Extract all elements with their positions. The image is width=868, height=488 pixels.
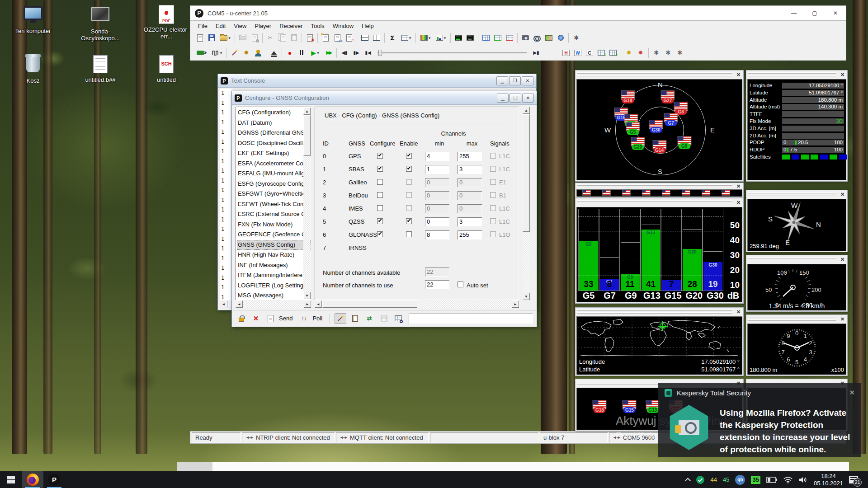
split-vertical-icon[interactable] (371, 33, 382, 43)
grid-blue-icon[interactable] (480, 33, 492, 43)
menu-edit[interactable]: Edit (212, 23, 230, 29)
console-dark-icon[interactable] (464, 33, 476, 43)
dialog-minimize-button[interactable]: ▁ (497, 94, 509, 103)
enable-checkbox[interactable] (406, 205, 412, 211)
config-list-item[interactable]: ITFM (Jamming/Interfere (237, 270, 311, 281)
min-channels-field[interactable]: 1 (425, 165, 449, 174)
coretemp-tray-icon[interactable]: 35 (751, 476, 760, 484)
config-list-item[interactable]: GNSS (GNSS Config) (237, 240, 311, 250)
binoculars-icon[interactable] (531, 33, 543, 43)
paste-icon[interactable] (288, 33, 300, 43)
new-file-icon[interactable] (194, 33, 206, 43)
taskbar-ucenter-button[interactable]: P (43, 471, 65, 488)
panel-scroll-down-button[interactable]: ▼ (523, 293, 530, 300)
console-scroll-left-button[interactable]: ◄ (220, 300, 227, 308)
config-list-item[interactable]: ESFG (Gyroscope Config) (237, 179, 311, 189)
new-ubx-view-icon[interactable]: ✦ (320, 33, 331, 43)
dialog-restore-button[interactable]: ❐ (509, 94, 521, 103)
min-channels-field[interactable]: 0 (425, 217, 449, 226)
statistics-icon[interactable]: Σ (387, 33, 398, 43)
new-database-view-icon[interactable]: ≡ (343, 33, 355, 43)
max-channels-field[interactable]: 3 (458, 217, 482, 226)
chart-view-icon[interactable] (433, 33, 448, 43)
step-forward-icon[interactable]: ▮▶ (350, 47, 362, 58)
list-hscrollbar[interactable]: ◄ ► (236, 300, 311, 308)
map-icon[interactable] (543, 33, 555, 43)
grid-add-2-icon[interactable]: + (607, 47, 619, 58)
signal-chart-close-icon[interactable]: ✕ (735, 199, 742, 206)
configure-checkbox[interactable] (377, 179, 383, 185)
start-button[interactable] (0, 471, 22, 488)
tray-sensor-45[interactable]: 45 (723, 476, 729, 483)
panel-hscroll-thumb[interactable] (322, 300, 417, 308)
enable-checkbox[interactable] (406, 153, 412, 159)
table-view-icon[interactable] (398, 33, 414, 43)
step-back-icon[interactable]: ◀▮ (339, 47, 350, 58)
copy-icon[interactable] (276, 33, 288, 43)
config-list-item[interactable]: ESRC (External Source Cc (237, 209, 311, 220)
desktop-icon-pdf[interactable]: OZ2CPU-elektor-err... (142, 5, 191, 40)
lock-icon[interactable] (236, 313, 247, 324)
world-map-close-icon[interactable]: ✕ (735, 309, 742, 315)
panel-scroll-thumb[interactable] (523, 114, 530, 232)
config-message-list[interactable]: CFG (Configuration)DAT (Datum)DGNSS (Dif… (236, 107, 311, 300)
hotkey-bug-icon[interactable]: ✹ (241, 47, 252, 58)
grid-red-icon[interactable] (504, 33, 515, 43)
wifi-icon[interactable] (783, 476, 793, 483)
list-scroll-left-button[interactable]: ◄ (236, 300, 243, 308)
menu-view[interactable]: View (230, 23, 250, 29)
list-scroll-right-button[interactable]: ► (304, 300, 311, 308)
close-button[interactable]: ✕ (825, 6, 846, 20)
max-channels-field[interactable]: 3 (458, 165, 482, 174)
desktop-icon-sch[interactable]: untitled (142, 54, 191, 83)
minimize-button[interactable]: — (783, 6, 804, 20)
config-list-item[interactable]: INF (Inf Messages) (237, 260, 311, 271)
spark-red-icon[interactable]: ✹ (635, 47, 646, 58)
compass-close-icon[interactable]: ✕ (839, 191, 846, 197)
list-scroll-up-button[interactable]: ▲ (303, 108, 311, 115)
panel-hscrollbar[interactable]: ◄ ► (315, 300, 519, 308)
list-scroll-down-button[interactable]: ▼ (303, 292, 311, 299)
config-list-item[interactable]: ESFA (Accelerometer Cor (237, 159, 311, 169)
spark-yellow-icon[interactable]: ✹ (623, 47, 635, 58)
split-horizontal-icon[interactable] (359, 33, 371, 43)
speaker-icon[interactable] (799, 476, 808, 483)
connection-icon[interactable] (194, 47, 209, 58)
panel-scroll-right-button[interactable]: ► (512, 300, 519, 308)
console-minimize-button[interactable]: ▁ (496, 76, 508, 85)
min-channels-field[interactable]: 4 (425, 152, 449, 161)
color-chart-icon[interactable] (418, 33, 433, 43)
configure-checkbox[interactable] (377, 231, 383, 237)
skip-start-icon[interactable]: ▮◀ (362, 47, 374, 58)
clipboard-doc-icon[interactable] (349, 313, 361, 324)
config-list-item[interactable]: GEOFENCE (Geofence Cc (237, 230, 311, 240)
panel-scroll-left-button[interactable]: ◄ (315, 300, 322, 308)
clear-messages-icon[interactable]: ✕ (304, 33, 316, 43)
table-search-icon[interactable] (392, 313, 404, 324)
gear-dark-icon[interactable]: ✱ (571, 33, 582, 43)
menu-file[interactable]: File (194, 23, 212, 29)
list-vscrollbar[interactable]: ▲ ▼ (303, 108, 311, 299)
menu-receiver[interactable]: Receiver (275, 23, 307, 29)
grid-add-1-icon[interactable]: + (595, 47, 607, 58)
sky-view-close-icon[interactable]: ✕ (735, 71, 742, 78)
dialog-close-button[interactable]: ✕ (522, 94, 534, 103)
playback-slider-thumb[interactable] (378, 50, 382, 56)
configure-checkbox[interactable] (377, 192, 383, 198)
data-panel-close-icon[interactable]: ✕ (839, 71, 846, 78)
configure-checkbox[interactable] (377, 205, 383, 211)
kaspersky-tray-icon[interactable] (696, 475, 705, 484)
menu-window[interactable]: Window (329, 23, 358, 29)
speed-close-icon[interactable]: ✕ (839, 256, 846, 263)
console-green-icon[interactable] (453, 33, 464, 43)
globe-icon[interactable] (555, 33, 566, 43)
max-channels-field[interactable]: 255 (458, 230, 482, 239)
hotkey-w-icon[interactable]: W (572, 47, 584, 58)
tray-expand-icon[interactable] (685, 478, 691, 483)
save-gray-icon[interactable] (378, 313, 390, 324)
desktop-icon-doc[interactable]: untitled.b## (75, 54, 125, 83)
open-icon[interactable] (217, 33, 233, 43)
poll-arrows-icon[interactable]: ↑↓ (298, 313, 310, 324)
fast-forward-icon[interactable]: ▶▶ (323, 47, 335, 58)
configure-checkbox[interactable] (377, 218, 383, 224)
